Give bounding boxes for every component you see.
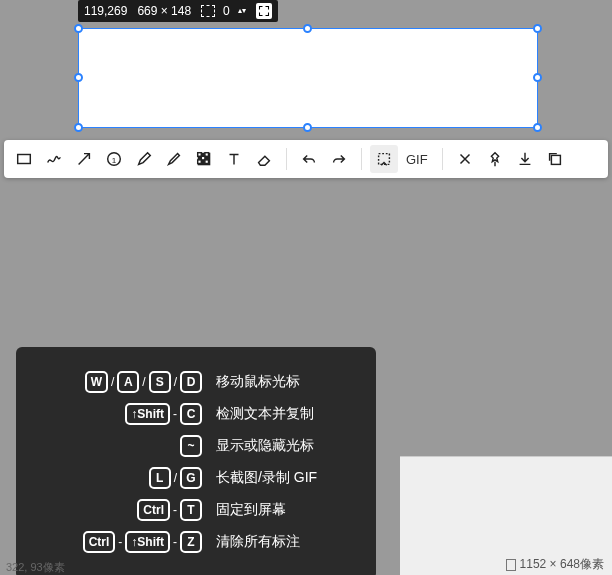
key-separator: -	[118, 535, 122, 549]
close-button[interactable]	[451, 145, 479, 173]
zoom-value: 0	[223, 4, 230, 18]
svg-text:1: 1	[112, 156, 117, 165]
handle-ne[interactable]	[533, 24, 542, 33]
key-separator: /	[142, 375, 145, 389]
separator	[361, 148, 362, 170]
save-button[interactable]	[511, 145, 539, 173]
pencil-tool-button[interactable]	[130, 145, 158, 173]
help-row-label: 长截图/录制 GIF	[216, 469, 360, 487]
key-cap: D	[180, 371, 202, 393]
key-cap: S	[149, 371, 171, 393]
help-row: W/A/S/D移动鼠标光标	[32, 371, 360, 393]
key-cap: C	[180, 403, 202, 425]
highlighter-tool-button[interactable]	[160, 145, 188, 173]
key-separator: -	[173, 535, 177, 549]
separator	[286, 148, 287, 170]
crop-icon	[201, 5, 215, 17]
key-separator: -	[173, 503, 177, 517]
help-row-label: 检测文本并复制	[216, 405, 360, 423]
copy-button[interactable]	[541, 145, 569, 173]
help-row-keys: ↑Shift-C	[32, 403, 202, 425]
handle-n[interactable]	[303, 24, 312, 33]
help-row-label: 移动鼠标光标	[216, 373, 360, 391]
arrow-tool-button[interactable]	[70, 145, 98, 173]
handle-se[interactable]	[533, 123, 542, 132]
key-separator: /	[174, 471, 177, 485]
mosaic-tool-button[interactable]	[190, 145, 218, 173]
help-row: ~显示或隐藏光标	[32, 435, 360, 457]
handle-w[interactable]	[74, 73, 83, 82]
zoom-segment: 0 ▴▾	[201, 4, 246, 18]
page-icon	[506, 559, 516, 571]
handle-s[interactable]	[303, 123, 312, 132]
key-separator: /	[111, 375, 114, 389]
undo-button[interactable]	[295, 145, 323, 173]
capture-selection[interactable]	[78, 28, 538, 128]
help-row-label: 固定到屏幕	[216, 501, 360, 519]
help-row-keys: L/G	[32, 467, 202, 489]
svg-rect-10	[551, 155, 560, 164]
key-cap: W	[85, 371, 108, 393]
canvas-dim-text: 1152 × 648像素	[520, 556, 604, 573]
key-cap: Ctrl	[83, 531, 116, 553]
freehand-tool-button[interactable]	[40, 145, 68, 173]
content-panel: 1152 × 648像素	[400, 456, 612, 575]
key-cap: Ctrl	[137, 499, 170, 521]
help-row-keys: W/A/S/D	[32, 371, 202, 393]
separator	[442, 148, 443, 170]
key-cap: T	[180, 499, 202, 521]
rect-tool-button[interactable]	[10, 145, 38, 173]
selection-size: 669 × 148	[137, 4, 191, 18]
shortcut-help-panel: W/A/S/D移动鼠标光标↑Shift-C检测文本并复制~显示或隐藏光标L/G长…	[16, 347, 376, 575]
cursor-coord-text: 322, 93像素	[6, 560, 65, 575]
number-tool-button[interactable]: 1	[100, 145, 128, 173]
crop-button[interactable]	[370, 145, 398, 173]
key-cap: Z	[180, 531, 202, 553]
svg-rect-8	[205, 160, 209, 164]
key-separator: -	[173, 407, 177, 421]
eraser-tool-button[interactable]	[250, 145, 278, 173]
help-row-keys: Ctrl-T	[32, 499, 202, 521]
handle-nw[interactable]	[74, 24, 83, 33]
pin-button[interactable]	[481, 145, 509, 173]
help-row-keys: Ctrl-↑Shift-Z	[32, 531, 202, 553]
help-row-label: 清除所有标注	[216, 533, 360, 551]
svg-rect-0	[18, 155, 31, 164]
help-row-keys: ~	[32, 435, 202, 457]
selection-coords: 119,269	[84, 4, 127, 18]
handle-sw[interactable]	[74, 123, 83, 132]
key-cap: G	[180, 467, 202, 489]
help-row-label: 显示或隐藏光标	[216, 437, 360, 455]
help-row: Ctrl-↑Shift-Z清除所有标注	[32, 531, 360, 553]
annotation-toolbar: 1 GIF	[4, 140, 608, 178]
gif-button[interactable]: GIF	[400, 145, 434, 173]
help-row: L/G长截图/录制 GIF	[32, 467, 360, 489]
redo-button[interactable]	[325, 145, 353, 173]
key-cap: ↑Shift	[125, 403, 170, 425]
svg-rect-7	[198, 160, 202, 164]
expand-icon[interactable]	[256, 3, 272, 19]
stepper[interactable]: ▴▾	[238, 8, 246, 14]
key-cap: L	[149, 467, 171, 489]
key-cap: ~	[180, 435, 202, 457]
handle-e[interactable]	[533, 73, 542, 82]
key-cap: ↑Shift	[125, 531, 170, 553]
help-row: Ctrl-T固定到屏幕	[32, 499, 360, 521]
text-tool-button[interactable]	[220, 145, 248, 173]
key-separator: /	[174, 375, 177, 389]
help-row: ↑Shift-C检测文本并复制	[32, 403, 360, 425]
key-cap: A	[117, 371, 139, 393]
selection-info-bar: 119,269 669 × 148 0 ▴▾	[78, 0, 278, 22]
canvas-dimensions: 1152 × 648像素	[506, 556, 604, 573]
